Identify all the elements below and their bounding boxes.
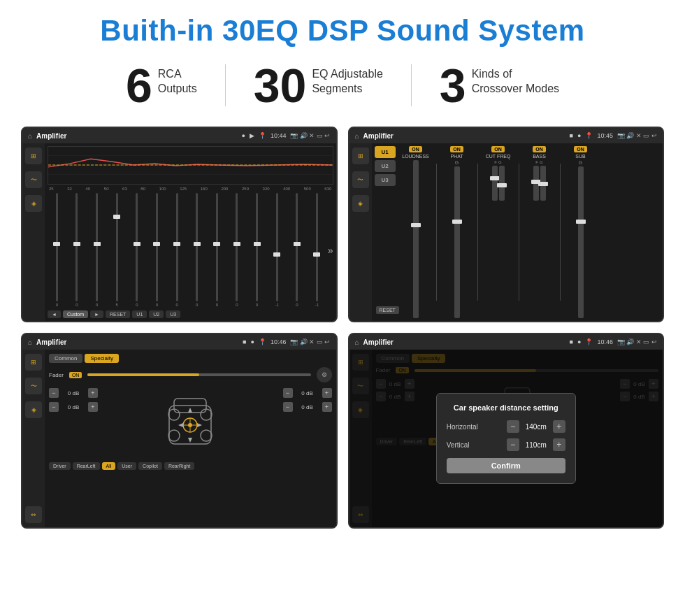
screen3-content: ⊞ 〜 ◈ ⇔ Common Specialty Fader ON (22, 350, 336, 527)
u3-preset[interactable]: U3 (375, 174, 396, 186)
speaker-icon-btn-3[interactable]: ◈ (25, 401, 42, 418)
horizontal-control: − 140cm + (507, 420, 565, 433)
user-btn[interactable]: User (117, 462, 136, 470)
amp-controls: ON LOUDNESS ON PHAT G (398, 146, 661, 318)
vertical-plus-btn[interactable]: + (553, 438, 565, 451)
screen3-topbar: ⌂ Amplifier ■ ● 📍 10:46 📷 🔊 ✕ ▭ ↩ (22, 334, 336, 350)
bass-slider-2[interactable] (540, 166, 546, 201)
screen1-title: Amplifier (36, 132, 237, 140)
slider-6: 0 (147, 193, 166, 307)
specialty-tab[interactable]: Specialty (85, 354, 118, 363)
eq-icon-btn-2[interactable]: ⊞ (352, 148, 369, 164)
eq-prev-btn[interactable]: ◄ (48, 310, 61, 318)
loudness-on-badge: ON (409, 146, 422, 152)
eq-next-btn[interactable]: ► (90, 310, 103, 318)
fader-label: Fader (49, 372, 64, 378)
stat-crossover: 3 Kinds of Crossover Modes (412, 62, 587, 109)
screen3-time: 10:46 (271, 338, 287, 345)
eq-custom-btn[interactable]: Custom (63, 310, 88, 318)
screen2-topbar: ⌂ Amplifier ■ ● 📍 10:45 📷 🔊 ✕ ▭ ↩ (349, 128, 663, 143)
vertical-value: 110cm (522, 441, 550, 449)
stat-text-crossover: Kinds of Crossover Modes (472, 62, 559, 96)
speaker-icon-btn[interactable]: ◈ (25, 195, 42, 212)
rearleft-btn[interactable]: RearLeft (73, 462, 100, 470)
eq-u3-btn[interactable]: U3 (166, 310, 180, 318)
u1-preset[interactable]: U1 (375, 146, 396, 158)
eq-icon-btn[interactable]: ⊞ (25, 148, 42, 164)
fader-bar[interactable] (87, 373, 310, 376)
svg-marker-15 (188, 438, 192, 443)
dot-icon-3: ■ (243, 338, 246, 345)
eq-graph (48, 146, 333, 185)
settings-icon-btn[interactable]: ⚙ (317, 367, 332, 382)
vertical-control: − 110cm + (507, 438, 565, 451)
dot-icon: ● (242, 132, 245, 139)
wave-icon-btn-3[interactable]: 〜 (25, 378, 42, 394)
wave-icon-btn[interactable]: 〜 (25, 171, 42, 188)
svg-marker-14 (188, 408, 192, 413)
stats-row: 6 RCA Outputs 30 EQ Adjustable Segments … (21, 62, 664, 109)
div2 (477, 164, 478, 301)
db-plus-1[interactable]: + (88, 388, 98, 398)
screen-amp: ⌂ Amplifier ■ ● 📍 10:45 📷 🔊 ✕ ▭ ↩ ⊞ 〜 ◈ … (348, 127, 665, 322)
db-plus-2[interactable]: + (88, 402, 98, 412)
eq-u1-btn[interactable]: U1 (132, 310, 147, 318)
slider-4: 5 (108, 193, 127, 307)
screen4-title: Amplifier (363, 338, 565, 346)
dot2-icon-3: ● (251, 338, 254, 345)
car-diagram (159, 388, 222, 458)
horizontal-minus-btn[interactable]: − (507, 420, 519, 433)
cross-center (103, 388, 277, 458)
loudness-slider[interactable] (413, 160, 419, 318)
eq-u2-btn[interactable]: U2 (149, 310, 164, 318)
db-val-r1: 0 dB (295, 390, 320, 396)
driver-btn[interactable]: Driver (49, 462, 71, 470)
cutfreq-slider-2[interactable] (499, 166, 505, 201)
db-minus-2[interactable]: − (49, 402, 59, 412)
screen1-time: 10:44 (271, 132, 287, 139)
screens-grid: ⌂ Amplifier ● ▶ 📍 10:44 📷 🔊 ✕ ▭ ↩ ⊞ 〜 ◈ (21, 127, 664, 529)
db-val-r2: 0 dB (295, 404, 320, 410)
wave-icon-btn-2[interactable]: 〜 (352, 171, 369, 188)
vertical-minus-btn[interactable]: − (507, 438, 519, 451)
confirm-button[interactable]: Confirm (447, 458, 565, 473)
db-minus-r2[interactable]: − (283, 402, 293, 412)
eq-reset-btn[interactable]: RESET (106, 310, 130, 318)
common-tab[interactable]: Common (49, 354, 82, 363)
loudness-label: LOUDNESS (402, 154, 429, 159)
slider-2: 0 (68, 193, 87, 307)
cutfreq-on-badge: ON (491, 146, 505, 152)
slider-13: 0 (288, 193, 307, 307)
stat-number-crossover: 3 (440, 62, 466, 109)
screen1-icons: 📷 🔊 ✕ ▭ ↩ (290, 132, 330, 139)
all-btn[interactable]: All (102, 462, 116, 470)
screen4-icons: 📷 🔊 ✕ ▭ ↩ (617, 338, 657, 345)
arrows-icon-btn-3[interactable]: ⇔ (25, 506, 42, 523)
home-icon-4: ⌂ (355, 338, 359, 346)
db-row-2: − 0 dB + (49, 402, 98, 412)
phat-slider[interactable] (454, 166, 460, 318)
horizontal-plus-btn[interactable]: + (553, 420, 565, 433)
speaker-icon-btn-2[interactable]: ◈ (352, 195, 369, 212)
sub-section: ON SUB G (563, 146, 598, 318)
db-minus-1[interactable]: − (49, 388, 59, 398)
screen1-content: ⊞ 〜 ◈ (22, 143, 336, 321)
stat-eq: 30 EQ Adjustable Segments (226, 62, 411, 109)
scroll-right-icon[interactable]: » (328, 245, 333, 256)
sub-slider[interactable] (578, 166, 584, 318)
u2-preset[interactable]: U2 (375, 160, 396, 172)
horizontal-value: 140cm (522, 423, 550, 431)
dialog-overlay: Car speaker distance setting Horizontal … (349, 350, 663, 527)
db-plus-r2[interactable]: + (322, 402, 332, 412)
amp-reset-btn[interactable]: RESET (376, 306, 399, 314)
db-plus-r1[interactable]: + (322, 388, 332, 398)
phat-label: PHAT (450, 154, 463, 159)
screen-crossover-dialog: ⌂ Amplifier ■ ● 📍 10:46 📷 🔊 ✕ ▭ ↩ ⊞ 〜 ◈ … (348, 333, 665, 529)
db-minus-r1[interactable]: − (283, 388, 293, 398)
rearright-btn[interactable]: RearRight (164, 462, 195, 470)
copilot-btn[interactable]: Copilot (138, 462, 162, 470)
slider-5: 0 (128, 193, 147, 307)
phat-on-badge: ON (450, 146, 463, 152)
screen-eq: ⌂ Amplifier ● ▶ 📍 10:44 📷 🔊 ✕ ▭ ↩ ⊞ 〜 ◈ (21, 127, 338, 322)
eq-icon-btn-3[interactable]: ⊞ (25, 354, 42, 371)
